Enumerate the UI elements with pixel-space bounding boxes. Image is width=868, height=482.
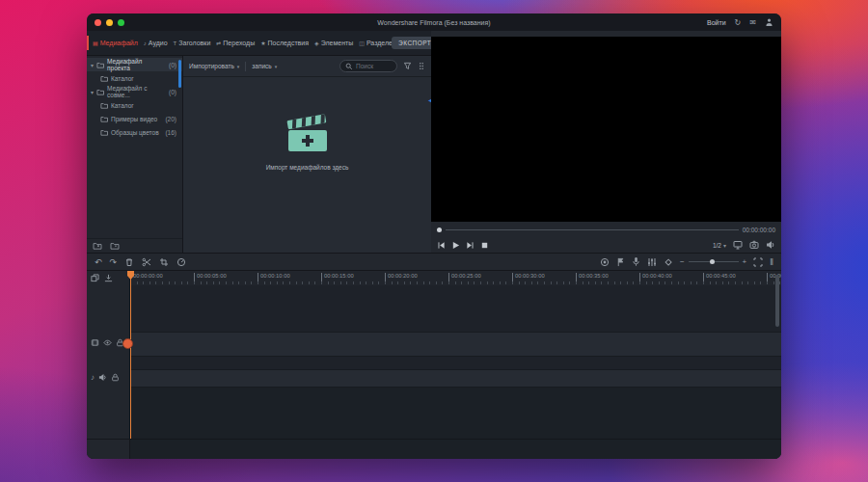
library-item-project-media[interactable]: ▾ Медиафайл проекта (0) [87,58,182,71]
login-button[interactable]: Войти [707,19,726,26]
record-icon[interactable] [600,257,610,267]
fit-timeline-icon[interactable] [753,257,763,267]
folder-icon [100,116,108,122]
panel-resize-icon[interactable]: ‖ [770,257,773,267]
preview-panel: 00:00:00:00 1/2 ▾ [431,31,781,253]
scrubber-track[interactable] [446,229,739,230]
folder-icon [96,62,104,68]
minimize-button[interactable] [106,19,113,26]
speed-icon[interactable] [176,257,186,267]
tab-elements[interactable]: ◈ Элементы [314,40,353,46]
chevron-down-icon[interactable]: ▾ [91,89,94,95]
audio-icon: ♪ [144,40,147,46]
record-label: запись [252,63,271,69]
chevron-down-icon[interactable]: ▾ [91,62,94,68]
import-dropdown[interactable]: Импортировать ▾ [189,63,239,69]
playhead[interactable] [130,271,131,439]
marker-icon[interactable] [616,257,625,267]
display-icon[interactable] [733,240,743,250]
user-icon[interactable] [765,17,773,27]
library-item-catalog-2[interactable]: Каталог [87,98,182,112]
effects-icon: ★ [260,40,265,46]
sidebar-scrollbar-thumb[interactable] [178,60,181,88]
titlebar: Wondershare Filmora (Без названия) Войти… [87,13,781,31]
filter-icon[interactable] [403,62,412,70]
play-button[interactable] [451,241,460,250]
volume-icon[interactable] [766,240,775,250]
timeline-ruler[interactable]: 00:00:00:00 00:00:05:00 00:00:10:00 00:0… [130,271,781,285]
import-hint: Импорт медиафайлов здесь [183,164,431,171]
snapshot-icon[interactable] [749,240,759,250]
media-toolbar: Импортировать ▾ запись ▾ [183,56,431,77]
tab-audio[interactable]: ♪ Аудио [144,40,168,46]
active-tab-indicator [87,36,89,50]
timeline-lane-gap [130,357,781,369]
chevron-down-icon: ▾ [723,242,726,249]
redo-icon[interactable]: ↷ [110,257,118,267]
undo-icon[interactable]: ↶ [95,257,102,267]
timeline-lane-upper[interactable] [130,285,781,333]
item-count: (20) [165,116,178,122]
quality-dropdown[interactable]: 1/2 ▾ [713,242,726,249]
library-item-sample-colors[interactable]: Образцы цветов (16) [87,125,182,139]
view-options-icon[interactable] [418,62,425,70]
step-back-button[interactable] [437,241,446,250]
zoom-slider-knob[interactable] [710,259,715,264]
search-box[interactable] [339,60,397,72]
library-item-catalog-1[interactable]: Каталог [87,71,182,85]
tab-label: Элементы [321,40,354,46]
timeline-scrollbar-thumb[interactable] [775,275,779,327]
import-label: Импортировать [189,63,234,69]
tab-label: Заголовки [178,40,210,46]
copy-icon[interactable] [91,274,99,282]
crop-icon[interactable] [159,257,169,267]
library-item-sample-videos[interactable]: Примеры видео (20) [87,112,182,125]
voiceover-mic-icon[interactable] [632,256,640,267]
timeline-divider [87,439,781,440]
timeline-zoom: − + [680,257,746,266]
zoom-slider[interactable] [689,261,739,262]
audio-track-lane[interactable] [130,369,781,388]
timeline-lane-lower[interactable] [130,388,781,459]
close-button[interactable] [95,19,101,26]
library-item-label: Образцы цветов [111,129,159,136]
track-record-dot[interactable] [122,338,133,349]
divider [245,62,246,71]
new-folder-icon[interactable] [93,242,102,250]
tab-titles[interactable]: T Заголовки [174,40,211,46]
music-note-icon[interactable]: ♪ [91,373,95,382]
ruler-ticks [130,281,781,284]
eye-icon[interactable] [103,338,112,347]
sync-icon[interactable]: ↻ [735,18,742,27]
mixer-icon[interactable] [647,257,657,267]
video-track-lane[interactable] [130,333,781,357]
keyframe-icon[interactable] [664,257,673,267]
tab-transitions[interactable]: ⇄ Переходы [216,40,255,46]
delete-folder-icon[interactable] [110,242,120,250]
tab-label: Переходы [223,40,255,46]
video-preview[interactable] [431,37,781,222]
zoom-button[interactable] [118,19,124,26]
add-to-timeline-icon[interactable] [104,274,113,282]
split-scissors-icon[interactable] [142,257,151,267]
lock-icon[interactable] [111,373,120,382]
search-input[interactable] [356,63,394,69]
speaker-icon[interactable] [98,373,107,382]
trash-icon[interactable] [124,257,134,267]
tab-media[interactable]: ▤ Медиафайл [93,40,138,46]
film-track-icon[interactable] [91,338,99,347]
media-empty-state[interactable]: Импорт медиафайлов здесь [183,114,431,171]
stop-button[interactable] [480,241,489,250]
step-forward-button[interactable] [466,241,475,250]
record-dropdown[interactable]: запись ▾ [252,63,277,69]
library-item-label: Каталог [111,102,134,109]
transport-controls: 1/2 ▾ [431,237,781,253]
mail-icon[interactable]: ✉ [749,18,756,27]
scrubber-handle[interactable] [437,228,442,232]
preview-scrubber: 00:00:00:00 [431,222,781,237]
folder-icon [96,89,104,95]
zoom-in-icon[interactable]: + [743,257,747,266]
tab-effects[interactable]: ★ Последствия [260,40,309,46]
zoom-out-icon[interactable]: − [680,257,685,266]
library-item-shared-media[interactable]: ▾ Медиафайл с совме... (0) [87,85,182,98]
